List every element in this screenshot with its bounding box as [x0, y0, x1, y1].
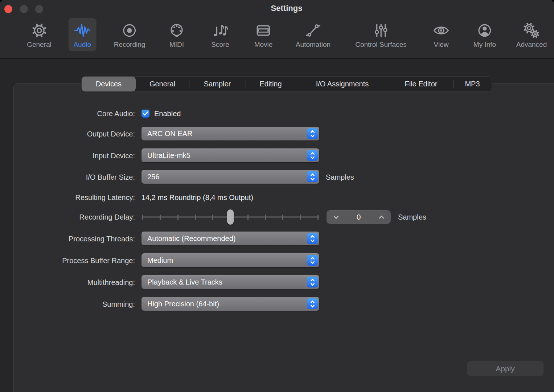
- toolbar-item-label: MIDI: [169, 41, 184, 49]
- processing-threads-label: Processing Threads:: [0, 235, 135, 243]
- tab-editing[interactable]: Editing: [246, 77, 296, 91]
- close-button[interactable]: [4, 5, 12, 13]
- chevron-up-down-icon: [307, 150, 318, 161]
- core-audio-checkbox[interactable]: [141, 110, 149, 118]
- core-audio-label: Core Audio:: [0, 110, 135, 118]
- automation-nodes-icon: [305, 21, 321, 40]
- slider-handle[interactable]: [227, 209, 234, 225]
- processing-threads-select[interactable]: Automatic (Recommended): [141, 232, 319, 245]
- multithreading-value: Playback & Live Tracks: [147, 275, 222, 289]
- toolbar-item-label: Recording: [114, 41, 145, 49]
- recording-delay-slider[interactable]: [141, 210, 319, 224]
- film-frame-icon: [255, 21, 272, 40]
- titlebar-toolbar: Settings GeneralAudioRecordingMIDIScoreM…: [0, 0, 554, 59]
- toolbar-item-my-info[interactable]: My Info: [468, 18, 501, 51]
- io-buffer-size-select[interactable]: 256: [141, 170, 319, 184]
- summing-select[interactable]: High Precision (64-bit): [141, 297, 319, 311]
- toolbar-item-label: Score: [211, 41, 229, 49]
- gear-icon: [31, 21, 48, 40]
- slider-tick: [212, 215, 213, 220]
- toolbar-item-score[interactable]: Score: [206, 18, 234, 51]
- recording-delay-stepper: 0: [327, 210, 391, 224]
- slider-tick: [265, 215, 266, 220]
- chevron-up-down-icon: [307, 255, 318, 266]
- processing-threads-value: Automatic (Recommended): [147, 232, 235, 245]
- toolbar-item-label: General: [27, 41, 52, 49]
- toolbar-item-audio[interactable]: Audio: [69, 18, 97, 51]
- slider-tick: [300, 215, 301, 220]
- summing-value: High Precision (64-bit): [147, 297, 219, 311]
- recording-delay-label: Recording Delay:: [0, 213, 135, 221]
- chevron-up-down-icon: [307, 277, 318, 287]
- toolbar-item-label: My Info: [473, 41, 496, 49]
- toolbar-item-advanced[interactable]: Advanced: [511, 18, 552, 51]
- io-buffer-size-value: 256: [147, 170, 159, 184]
- output-device-value: ARC ON EAR: [147, 127, 192, 140]
- checkmark-icon: [142, 110, 149, 117]
- tab-sampler[interactable]: Sampler: [189, 77, 246, 91]
- tab-file-editor[interactable]: File Editor: [389, 77, 453, 91]
- chevron-up-icon: [378, 214, 385, 220]
- process-buffer-range-label: Process Buffer Range:: [0, 257, 135, 265]
- io-buffer-size-label: I/O Buffer Size:: [0, 173, 135, 181]
- core-audio-checkbox-label: Enabled: [154, 110, 181, 118]
- toolbar-item-automation[interactable]: Automation: [291, 18, 336, 51]
- audio-tabs: DevicesGeneralSamplerEditingI/O Assignme…: [81, 76, 492, 92]
- double-gear-icon: [523, 21, 540, 40]
- slider-tick: [177, 215, 178, 220]
- faders-icon: [373, 21, 389, 40]
- io-buffer-samples-suffix: Samples: [326, 173, 354, 181]
- toolbar-item-label: Control Surfaces: [355, 41, 407, 49]
- process-buffer-range-value: Medium: [147, 253, 173, 267]
- resulting-latency-label: Resulting Latency:: [0, 193, 135, 202]
- toolbar-item-label: Automation: [296, 41, 331, 49]
- settings-window: Settings GeneralAudioRecordingMIDIScoreM…: [0, 0, 554, 392]
- waveform-icon: [74, 21, 91, 40]
- tab-devices[interactable]: Devices: [82, 77, 136, 91]
- slider-tick: [317, 215, 319, 220]
- recording-delay-samples-suffix: Samples: [398, 213, 426, 221]
- zoom-button[interactable]: [35, 5, 43, 13]
- chevron-up-down-icon: [307, 298, 318, 309]
- slider-tick: [160, 215, 161, 220]
- resulting-latency-value: 14,2 ms Roundtrip (8,4 ms Output): [141, 193, 253, 202]
- eye-icon: [433, 21, 450, 40]
- slider-tick: [142, 215, 143, 220]
- toolbar-item-movie[interactable]: Movie: [249, 18, 278, 51]
- tab-i-o-assignments[interactable]: I/O Assignments: [296, 77, 389, 91]
- toolbar-item-view[interactable]: View: [428, 18, 455, 51]
- midi-plug-icon: [168, 21, 185, 40]
- apply-button[interactable]: Apply: [467, 361, 543, 376]
- minimize-button[interactable]: [20, 5, 28, 13]
- input-device-value: UltraLite-mk5: [147, 148, 190, 162]
- output-device-label: Output Device:: [0, 130, 135, 138]
- window-title: Settings: [271, 4, 303, 13]
- input-device-label: Input Device:: [0, 152, 135, 160]
- toolbar-item-label: Advanced: [516, 41, 547, 49]
- record-icon: [121, 21, 138, 40]
- stepper-increment-button[interactable]: [373, 210, 389, 224]
- multithreading-label: Multithreading:: [0, 278, 135, 287]
- toolbar-item-label: Movie: [254, 41, 273, 49]
- chevron-up-down-icon: [307, 233, 318, 244]
- slider-tick: [282, 215, 283, 220]
- slider-tick: [247, 215, 249, 220]
- summing-label: Summing:: [0, 300, 135, 309]
- multithreading-select[interactable]: Playback & Live Tracks: [141, 275, 319, 289]
- toolbar-item-control-surfaces[interactable]: Control Surfaces: [350, 18, 412, 51]
- chevron-up-down-icon: [307, 171, 318, 182]
- toolbar-item-midi[interactable]: MIDI: [163, 18, 190, 51]
- process-buffer-range-select[interactable]: Medium: [141, 253, 319, 267]
- person-icon: [476, 21, 493, 40]
- output-device-select[interactable]: ARC ON EAR: [141, 127, 319, 140]
- toolbar-item-label: Audio: [74, 41, 91, 49]
- toolbar-item-general[interactable]: General: [22, 18, 57, 51]
- tab-general[interactable]: General: [136, 77, 189, 91]
- music-notes-icon: [212, 21, 229, 40]
- slider-tick: [195, 215, 196, 220]
- toolbar-item-recording[interactable]: Recording: [109, 18, 151, 51]
- toolbar-item-label: View: [434, 41, 449, 49]
- chevron-up-down-icon: [307, 128, 318, 139]
- input-device-select[interactable]: UltraLite-mk5: [141, 148, 319, 162]
- tab-mp3[interactable]: MP3: [453, 77, 492, 91]
